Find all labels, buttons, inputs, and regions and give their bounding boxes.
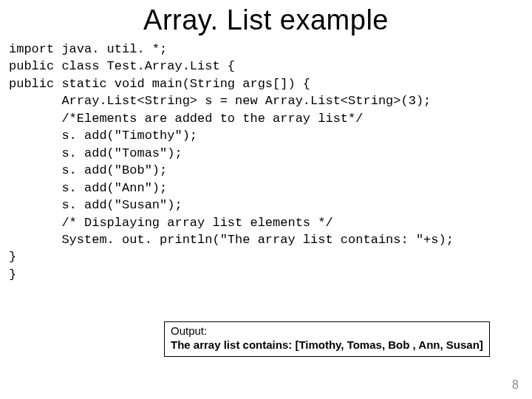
slide: Array. List example import java. util. *… xyxy=(0,0,532,399)
code-block: import java. util. *; public class Test.… xyxy=(0,36,532,283)
slide-title: Array. List example xyxy=(0,0,532,36)
output-box: Output: The array list contains: [Timoth… xyxy=(164,321,490,357)
page-number: 8 xyxy=(512,378,519,392)
output-result: The array list contains: [Timothy, Tomas… xyxy=(171,338,483,352)
output-label: Output: xyxy=(171,324,483,338)
